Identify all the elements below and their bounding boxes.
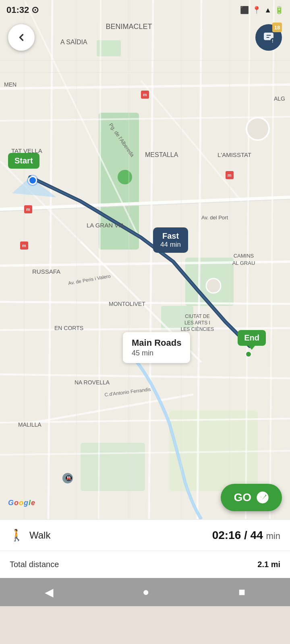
svg-text:MALILLA: MALILLA: [18, 421, 41, 428]
end-location-dot: [245, 351, 252, 357]
svg-text:LES CIÈNCIES: LES CIÈNCIES: [181, 326, 214, 332]
svg-text:EN CORTS: EN CORTS: [54, 325, 83, 331]
route-info-row: 🚶 Walk 02:16 / 44 min: [0, 520, 290, 551]
svg-text:Av. del Port: Av. del Port: [201, 215, 228, 221]
main-roads-time: 45 min: [132, 349, 181, 357]
svg-rect-5: [81, 443, 145, 491]
time-display: 01:32: [6, 5, 29, 15]
go-arrow-icon: [256, 491, 269, 504]
go-label: GO: [234, 491, 251, 504]
svg-text:LA GRAN VIA: LA GRAN VIA: [87, 222, 124, 229]
walk-left: 🚶 Walk: [10, 528, 50, 542]
svg-text:!: !: [272, 39, 273, 43]
nav-back-button[interactable]: ◀: [45, 586, 54, 599]
svg-text:LES ARTS I: LES ARTS I: [184, 320, 210, 326]
svg-text:🚇: 🚇: [65, 475, 72, 482]
time-unit: min: [266, 531, 280, 541]
time-display: 02:16 / 44 min: [212, 529, 280, 542]
svg-point-7: [118, 170, 132, 184]
distance-row: Total distance 2.1 mi: [0, 551, 290, 578]
status-time: 01:32 ⊙: [6, 5, 39, 15]
svg-text:NA ROVELLA: NA ROVELLA: [75, 379, 110, 386]
time-minutes: 44: [251, 529, 263, 541]
location-icon: ⊙: [31, 5, 39, 15]
status-bar: 01:32 ⊙ ⬛ 📍 ▲ 🔋: [0, 0, 290, 20]
time-value: 02:16: [212, 529, 241, 541]
go-button[interactable]: GO: [221, 484, 282, 511]
svg-text:BENIMACLET: BENIMACLET: [106, 23, 152, 31]
main-roads-label: Main Roads: [132, 338, 181, 348]
svg-text:MESTALLA: MESTALLA: [145, 151, 178, 158]
nav-home-button[interactable]: ●: [143, 586, 149, 599]
wifi-icon: ▲: [264, 6, 271, 14]
battery-icon: 🔋: [275, 6, 284, 14]
cast-icon: ⬛: [240, 6, 249, 14]
walk-icon: 🚶: [10, 528, 24, 542]
map-background: m m m m 🚇 BENIMACLET A SAÏDIA ALG MEN TA…: [0, 0, 290, 519]
back-button[interactable]: [8, 24, 35, 51]
nav-recent-button[interactable]: ■: [238, 586, 245, 599]
end-label: End: [238, 330, 266, 346]
svg-text:L'AMISSTAT: L'AMISSTAT: [218, 151, 251, 158]
fast-route-tooltip[interactable]: Fast 44 min: [153, 227, 188, 253]
svg-text:CIUTAT DE: CIUTAT DE: [185, 314, 209, 319]
map-container[interactable]: m m m m 🚇 BENIMACLET A SAÏDIA ALG MEN TA…: [0, 0, 290, 519]
svg-point-36: [246, 118, 269, 140]
navigation-bar: ◀ ● ■: [0, 578, 290, 606]
svg-text:m: m: [22, 243, 26, 248]
google-logo: Google: [8, 499, 35, 507]
bottom-panel: 🚶 Walk 02:16 / 44 min Total distance 2.1…: [0, 519, 290, 578]
start-label: Start: [8, 153, 39, 169]
status-icons: ⬛ 📍 ▲ 🔋: [240, 6, 284, 14]
fast-route-time: 44 min: [160, 241, 181, 249]
svg-point-37: [206, 279, 221, 293]
svg-text:MONTOLIVET: MONTOLIVET: [109, 301, 145, 307]
svg-text:A SAÏDIA: A SAÏDIA: [60, 39, 87, 45]
svg-text:m: m: [26, 207, 30, 212]
svg-text:ALG: ALG: [274, 95, 285, 102]
svg-text:MEN: MEN: [4, 81, 17, 88]
svg-text:CAMINS: CAMINS: [234, 253, 254, 259]
svg-text:m: m: [228, 173, 232, 178]
walk-label: Walk: [29, 530, 50, 541]
fast-route-label: Fast: [160, 231, 181, 241]
start-location-dot: [28, 176, 37, 185]
total-distance-label: Total distance: [10, 560, 59, 569]
notification-badge: 18: [272, 23, 282, 32]
svg-text:m: m: [143, 92, 147, 97]
total-distance-value: 2.1 mi: [257, 560, 280, 569]
main-roads-tooltip[interactable]: Main Roads 45 min: [123, 332, 190, 363]
pin-icon: 📍: [252, 6, 261, 14]
svg-text:AL GRAU: AL GRAU: [232, 260, 255, 266]
svg-text:RUSSAFA: RUSSAFA: [32, 268, 60, 275]
